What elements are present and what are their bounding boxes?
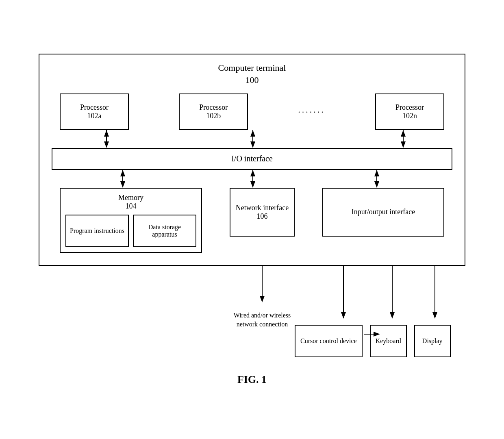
keyboard-box: Keyboard xyxy=(370,325,407,357)
svg-marker-10 xyxy=(120,181,125,188)
processor-b-label: Processor xyxy=(199,103,228,112)
network-interface-label: Network interface xyxy=(236,204,289,212)
io-interface-component-box: Input/output interface xyxy=(322,188,444,237)
svg-marker-8 xyxy=(401,130,406,137)
svg-marker-5 xyxy=(250,130,255,137)
diagram-wrapper: Computer terminal 100 Processor 102a Pro… xyxy=(28,54,476,386)
ellipsis: ....... xyxy=(298,104,325,115)
processor-a-number: 102a xyxy=(87,112,102,120)
processor-box-b: Processor 102b xyxy=(179,93,248,130)
svg-marker-11 xyxy=(120,170,125,176)
wired-connection-label: Wired and/or wireless network connection xyxy=(230,311,295,329)
processor-n-label: Processor xyxy=(395,103,424,112)
processors-row: Processor 102a Processor 102b ....... Pr… xyxy=(52,93,452,130)
io-interface-bar: I/O interface xyxy=(52,148,452,170)
network-interface-box: Network interface 106 xyxy=(230,188,295,237)
processor-to-io-arrows xyxy=(52,130,454,148)
cursor-control-box: Cursor control device xyxy=(295,325,363,357)
io-interface-label: I/O interface xyxy=(231,154,273,163)
svg-marker-1 xyxy=(104,141,109,148)
processor-box-a: Processor 102a xyxy=(60,93,129,130)
svg-marker-2 xyxy=(104,130,109,137)
outer-number: 100 xyxy=(52,75,452,85)
bottom-row: Memory 104 Program instructions Data sto… xyxy=(52,188,452,253)
memory-label: Memory xyxy=(65,193,196,202)
memory-number: 104 xyxy=(65,202,196,211)
processor-b-number: 102b xyxy=(206,112,221,120)
fig-label: FIG. 1 xyxy=(237,374,267,386)
io-to-components-arrows xyxy=(52,170,454,188)
processor-box-n: Processor 102n xyxy=(375,93,444,130)
svg-marker-17 xyxy=(374,170,379,176)
svg-marker-7 xyxy=(401,141,406,148)
processor-a-label: Processor xyxy=(80,103,109,112)
svg-marker-13 xyxy=(250,181,255,188)
network-interface-number: 106 xyxy=(257,212,268,221)
program-instructions-box: Program instructions xyxy=(65,215,129,247)
memory-inner-row: Program instructions Data storage appara… xyxy=(65,215,196,247)
outer-title: Computer terminal xyxy=(52,63,452,73)
display-box: Display xyxy=(414,325,451,357)
data-storage-box: Data storage apparatus xyxy=(133,215,196,247)
outer-box: Computer terminal 100 Processor 102a Pro… xyxy=(39,54,465,266)
svg-marker-14 xyxy=(250,170,255,176)
io-devices-row: Cursor control device Keyboard Display xyxy=(295,325,453,357)
memory-box: Memory 104 Program instructions Data sto… xyxy=(60,188,202,253)
svg-marker-4 xyxy=(250,141,255,148)
processor-n-number: 102n xyxy=(402,112,417,120)
svg-marker-16 xyxy=(374,181,379,188)
